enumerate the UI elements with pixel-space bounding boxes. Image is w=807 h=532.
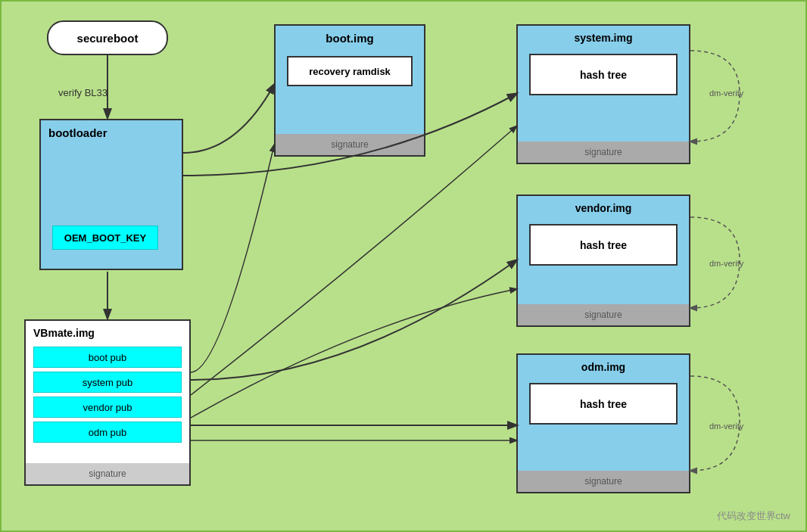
bootloader-title: bootloader <box>41 120 182 143</box>
system-pub-key: system pub <box>33 372 182 393</box>
recovery-ramdisk: recovery ramdisk <box>287 56 413 86</box>
vbmate-title: VBmate.img <box>26 321 189 343</box>
vendorimg-title: vendor.img <box>518 196 689 218</box>
watermark: 代码改变世界ctw <box>717 509 791 523</box>
dm-verity-vendor: dm-verity <box>709 259 743 268</box>
systemimg-signature: signature <box>518 142 689 163</box>
systemimg-title: system.img <box>518 26 689 48</box>
secureboot-label: secureboot <box>77 32 139 45</box>
vendor-pub-key: vendor pub <box>33 397 182 418</box>
bootimg-title: boot.img <box>276 26 424 48</box>
dm-verity-system: dm-verity <box>709 89 743 98</box>
odmimg-box: odm.img hash tree signature <box>516 353 690 493</box>
vendorimg-hash-tree: hash tree <box>529 224 678 266</box>
systemimg-box: system.img hash tree signature <box>516 24 690 164</box>
vendorimg-box: vendor.img hash tree signature <box>516 194 690 327</box>
oem-boot-key: OEM_BOOT_KEY <box>52 226 158 250</box>
odmimg-hash-tree: hash tree <box>529 383 678 425</box>
secureboot-node: secureboot <box>47 20 168 55</box>
vbmate-box: VBmate.img boot pub system pub vendor pu… <box>24 319 191 486</box>
bootimg-signature: signature <box>276 134 424 155</box>
vendorimg-signature: signature <box>518 304 689 325</box>
systemimg-hash-tree: hash tree <box>529 54 678 95</box>
odmimg-signature: signature <box>518 471 689 492</box>
bootloader-box: bootloader OEM_BOOT_KEY <box>39 119 183 270</box>
odm-pub-key: odm pub <box>33 422 182 443</box>
boot-pub-key: boot pub <box>33 347 182 368</box>
verify-label: verify BL33 <box>58 87 107 98</box>
diagram-container: secureboot verify BL33 bootloader OEM_BO… <box>0 0 807 532</box>
dm-verity-odm: dm-verity <box>709 422 743 431</box>
odmimg-title: odm.img <box>518 355 689 377</box>
bootimg-box: boot.img recovery ramdisk signature <box>274 24 425 157</box>
vbmate-signature: signature <box>26 463 189 484</box>
